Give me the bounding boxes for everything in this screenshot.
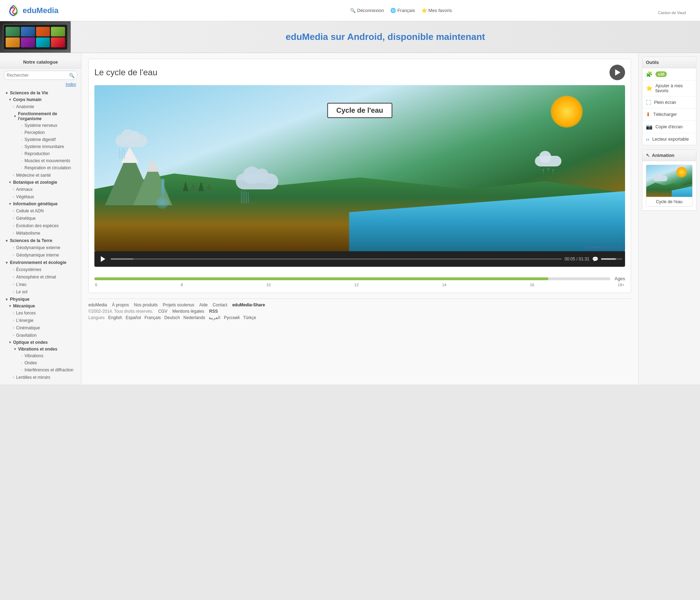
triangle-icon: ▼	[8, 98, 12, 101]
nav-item-vegetaux[interactable]: Végétaux	[0, 193, 81, 200]
footer-link-projets[interactable]: Projets soutenus	[163, 302, 194, 307]
tool-favorites[interactable]: ⭐ Ajouter à mes favoris	[642, 81, 696, 96]
nav-item-atmosphere[interactable]: Atmosphère et climat	[0, 273, 81, 281]
controls-play-button[interactable]	[97, 254, 108, 264]
nav-item-respiration[interactable]: Respiration et circulation	[5, 164, 81, 171]
footer-link-nos-produits[interactable]: Nos produits	[134, 302, 158, 307]
nav-item-systeme-digestif[interactable]: Système digestif	[5, 136, 81, 143]
download-icon: ⬇	[646, 111, 651, 118]
footer-link-rss[interactable]: RSS	[209, 309, 218, 314]
tool-download[interactable]: ⬇ Télécharger	[642, 108, 696, 121]
nav-item-anatomie[interactable]: Anatomie	[0, 103, 81, 110]
video-controls: 00:05 / 01:31 💬	[94, 251, 625, 267]
nav-item-systeme-nerveux[interactable]: Système nerveux	[5, 122, 81, 129]
nav-item-forces[interactable]: Les forces	[0, 309, 81, 317]
favorites-link[interactable]: ⭐ Mes favoris	[421, 8, 452, 13]
animation-panel: ↖ Animation Cycle de l'eau	[642, 149, 696, 211]
footer-link-edumedia[interactable]: eduMedia	[88, 302, 107, 307]
progress-bar[interactable]	[111, 258, 562, 260]
nav-item-ecosystemes[interactable]: Écosystèmes	[0, 266, 81, 273]
animation-thumbnail[interactable]: Cycle de l'eau	[646, 165, 693, 207]
nav-item-systeme-immunitaire[interactable]: Système immunitaire	[5, 143, 81, 150]
language-link[interactable]: 🌐 Français	[390, 8, 415, 13]
tool-screenshot[interactable]: 📷 Copie d'écran	[642, 121, 696, 133]
trees-group	[183, 181, 212, 191]
footer: eduMedia À propos Nos produits Projets s…	[88, 299, 631, 320]
footer-link-mentions[interactable]: Mentions légales	[172, 309, 204, 314]
footer-link-cgv[interactable]: CGV	[158, 309, 167, 314]
nav-item-medecine[interactable]: Médecine et santé	[0, 171, 81, 179]
lang-russian[interactable]: Русский	[224, 315, 240, 320]
nav-item-interferences[interactable]: Interférences et diffraction	[5, 366, 81, 373]
logo-area: eduMedia	[7, 4, 350, 17]
tool-version[interactable]: 🧩 v30	[642, 68, 696, 81]
nav-item-eau[interactable]: L'eau	[0, 281, 81, 288]
nav-item-cinematique[interactable]: Cinématique	[0, 324, 81, 331]
section-physique[interactable]: ▼ Physique	[0, 295, 81, 302]
nav-item-cellule[interactable]: Cellule et ADN	[0, 207, 81, 214]
section-environnement[interactable]: ▼ Environnement et écologie	[0, 259, 81, 266]
footer-link-aide[interactable]: Aide	[199, 302, 208, 307]
nav-item-lentilles[interactable]: Lentilles et miroirs	[0, 373, 81, 381]
footer-link-contact[interactable]: Contact	[213, 302, 227, 307]
progress-fill	[111, 258, 133, 260]
header-links: 🔍 Déconnexion 🌐 Français ⭐ Mes favoris	[350, 8, 693, 13]
tool-export[interactable]: ‹› Lecteur exportable	[642, 133, 696, 145]
nav-item-animaux[interactable]: Animaux	[0, 186, 81, 193]
subsection-corps-humain[interactable]: ▼ Corps humain	[0, 96, 81, 103]
lang-deutsch[interactable]: Deutsch	[164, 315, 180, 320]
copyright: ©2002-2014. Tous droits réservés. CGV Me…	[88, 309, 631, 314]
subsection-optique[interactable]: ▼ Optique et ondes	[0, 339, 81, 346]
nav-item-geodynamique-ext[interactable]: Géodynamique externe	[0, 244, 81, 251]
subsection-mecanique[interactable]: ▼ Mécanique	[0, 302, 81, 309]
subsection-vibrations-ondes[interactable]: ▼ Vibrations et ondes	[5, 346, 81, 352]
nav-item-evolution[interactable]: Evolution des espèces	[0, 222, 81, 229]
volume-bar[interactable]	[601, 258, 622, 260]
lang-arabic[interactable]: العربية	[209, 315, 220, 320]
deconnexion-link[interactable]: 🔍 Déconnexion	[350, 8, 384, 13]
fullscreen-label: Plein écran	[654, 100, 676, 105]
index-link[interactable]: Index	[0, 81, 81, 89]
age-slider-track[interactable]	[94, 277, 610, 280]
nav-item-perception[interactable]: Perception	[5, 129, 81, 136]
play-button-large[interactable]	[609, 65, 625, 80]
triangle-icon: ▼	[8, 304, 12, 308]
nav-item-ondes[interactable]: Ondes	[5, 359, 81, 366]
lang-turkish[interactable]: Türkçe	[243, 315, 256, 320]
nav-item-muscles[interactable]: Muscles et mouvements	[5, 157, 81, 164]
age-section: Ages 6 8 10 12 14 16 18+	[94, 272, 625, 287]
lang-nederlands[interactable]: Nederlands	[183, 315, 205, 320]
lang-espanol[interactable]: Español	[126, 315, 141, 320]
search-icon[interactable]: 🔍	[69, 73, 75, 78]
lang-english[interactable]: English	[108, 315, 122, 320]
export-label: Lecteur exportable	[652, 137, 689, 142]
tools-panel: Outils 🧩 v30 ⭐ Ajouter à mes favoris ⛶ P…	[642, 57, 696, 145]
nav-item-geodynamique-int[interactable]: Géodynamique interne	[0, 251, 81, 259]
nav-item-genetique[interactable]: Génétique	[0, 214, 81, 222]
canton-label: Canton de Vaud	[658, 11, 686, 15]
tool-fullscreen[interactable]: ⛶ Plein écran	[642, 96, 696, 108]
subsection-genetique[interactable]: ▼ Information génétique	[0, 200, 81, 207]
footer-link-share[interactable]: eduMedia-Share	[232, 302, 265, 307]
subsection-botanique[interactable]: ▼ Botanique et zoologie	[0, 179, 81, 186]
languages: Langues English Español Français Deutsch…	[88, 315, 631, 320]
lang-francais[interactable]: Français	[145, 315, 161, 320]
footer-link-apropos[interactable]: À propos	[112, 302, 129, 307]
nav-item-reproduction[interactable]: Reproduction	[5, 150, 81, 157]
section-sciences-terre[interactable]: ▼ Sciences de la Terre	[0, 237, 81, 244]
section-sciences-vie[interactable]: ▼ Sciences de la Vie	[0, 89, 81, 96]
main-layout: Notre catalogue 🔍 Index ▼ Sciences de la…	[0, 53, 700, 384]
triangle-icon: ▼	[8, 202, 12, 206]
nav-item-gravitation[interactable]: Gravitation	[0, 331, 81, 339]
nav-item-energie[interactable]: L'énergie	[0, 317, 81, 324]
header: eduMedia Canton de Vaud 🔍 Déconnexion 🌐 …	[0, 0, 700, 21]
time-display: 00:05 / 01:31	[565, 257, 589, 261]
speech-bubble-icon[interactable]: 💬	[592, 256, 598, 262]
nav-item-metabolisme[interactable]: Métabolisme	[0, 229, 81, 237]
subsection-fonctionnement[interactable]: ▼ Fonctionnement de l'organisme	[5, 110, 81, 122]
search-input[interactable]	[4, 71, 77, 80]
nav-item-vibrations[interactable]: Vibrations	[5, 352, 81, 359]
edumedia-logo-icon	[7, 4, 20, 17]
nav-item-sol[interactable]: Le sol	[0, 288, 81, 295]
download-label: Télécharger	[653, 112, 677, 117]
